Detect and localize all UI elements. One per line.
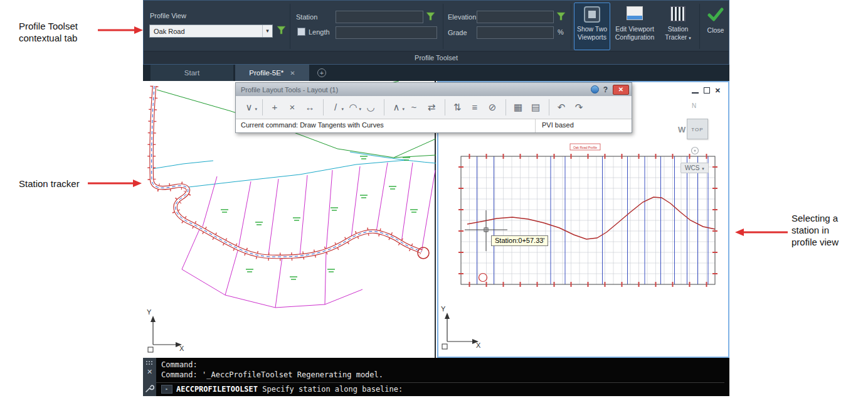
delete-pvi-icon[interactable]: × xyxy=(284,99,300,116)
restore-window-icon[interactable] xyxy=(704,87,710,94)
customize-wrench-icon[interactable] xyxy=(145,384,154,393)
convert-entities-icon[interactable]: ⇄ xyxy=(423,99,440,116)
station-input[interactable] xyxy=(336,11,423,23)
button-label: Tracker xyxy=(665,33,687,41)
tab-start[interactable]: Start xyxy=(151,65,233,81)
grade-input[interactable] xyxy=(477,26,554,39)
parcel-boundary-line xyxy=(394,139,436,158)
page: Profile Toolset contextual tab Station t… xyxy=(0,0,868,398)
annotation-arrow-left xyxy=(735,229,788,236)
chevron-down-icon[interactable]: ▾ xyxy=(262,25,272,37)
move-pvi-icon[interactable]: ↔ xyxy=(302,99,318,116)
copy-profile-icon[interactable]: ≡ xyxy=(467,99,483,116)
toolbar-separator xyxy=(384,99,384,116)
panel-label: Profile Toolset xyxy=(144,51,729,64)
draw-fixed-curve-icon[interactable]: ◠▾ xyxy=(345,99,361,116)
button-label: Viewports xyxy=(578,33,606,41)
profile-layout-parameters-icon[interactable]: ▤ xyxy=(527,99,544,116)
delete-entity-icon[interactable]: ⊘ xyxy=(484,99,500,116)
palette-title: Profile Layout Tools - Layout (1) xyxy=(241,86,591,94)
profile-layout-tools-palette[interactable]: Profile Layout Tools - Layout (1) ? ✕ ∨▾… xyxy=(235,82,632,133)
draw-free-curve-icon[interactable]: ◡ xyxy=(363,99,379,116)
app-window: Profile View Oak Road ▾ Station Length E… xyxy=(143,0,729,396)
station-tooltip: Station:0+57.33' xyxy=(491,235,548,246)
pick-station-icon[interactable] xyxy=(426,12,436,22)
button-label: Show Two xyxy=(577,25,607,33)
ucs-icon: Y X xyxy=(441,305,481,349)
show-two-viewports-button[interactable]: Show Two Viewports xyxy=(574,3,610,50)
button-label: Close xyxy=(707,26,724,34)
elevation-input[interactable] xyxy=(477,11,554,23)
profile-title: Oak Road Profile xyxy=(573,146,597,149)
draw-fixed-tangent-icon[interactable]: /▾ xyxy=(327,99,344,116)
station-tracker-button[interactable]: Station Tracker ▾ xyxy=(659,3,697,50)
drag-handle-icon[interactable] xyxy=(146,360,154,366)
close-palette-icon[interactable]: ✕ xyxy=(613,85,629,95)
edit-viewport-configuration-button[interactable]: Edit Viewport Configuration xyxy=(613,3,657,50)
length-label: Length xyxy=(309,28,330,36)
annotation-line: station in xyxy=(791,224,839,236)
close-window-icon[interactable]: ✕ xyxy=(715,87,721,94)
command-prompt-row[interactable]: ▸ AECCPROFILETOOLSET Specify station alo… xyxy=(161,385,724,394)
active-command: AECCPROFILETOOLSET xyxy=(176,385,258,394)
annotation-arrow-right xyxy=(98,26,143,34)
profile-view-dropdown[interactable]: Oak Road ▾ xyxy=(149,24,273,38)
pick-from-drawing-icon[interactable] xyxy=(277,26,287,36)
viewport-configuration-icon xyxy=(627,6,643,20)
file-tab-bar: Start Profile-5E*✕ + xyxy=(143,65,729,81)
station-marker-circle xyxy=(479,274,487,282)
draw-tangents-icon[interactable]: ∨▾ xyxy=(241,99,257,116)
profile-view-label: Profile View xyxy=(150,12,186,19)
annotation-profile-toolset: Profile Toolset contextual tab xyxy=(19,20,78,44)
annotation-line: Station tracker xyxy=(19,178,80,190)
viewcube-west-label[interactable]: W xyxy=(678,125,685,134)
annotation-line: profile view xyxy=(791,236,839,248)
profile-grid-minor xyxy=(461,156,715,284)
ucs-x-label: X xyxy=(179,345,184,352)
ribbon-separator xyxy=(571,4,571,49)
undo-icon[interactable]: ↶ xyxy=(553,99,569,116)
current-command-status: Current command: Draw Tangents with Curv… xyxy=(236,119,536,132)
tab-label: Profile-5E* xyxy=(249,69,283,77)
grade-percent-suffix: % xyxy=(558,28,564,36)
ribbon-separator xyxy=(443,4,443,49)
palette-title-bar[interactable]: Profile Layout Tools - Layout (1) ? ✕ xyxy=(236,83,632,96)
pick-elevation-icon[interactable] xyxy=(556,12,566,22)
ucs-y-label: Y xyxy=(147,308,152,316)
help-icon[interactable]: ? xyxy=(603,85,608,94)
profile-grid-view-icon[interactable]: ▦ xyxy=(510,99,526,116)
minimize-window-icon[interactable] xyxy=(692,87,699,94)
close-commandline-icon[interactable]: ✕ xyxy=(143,368,156,376)
viewcube-top-face[interactable]: TOP xyxy=(691,127,703,132)
toolbar-separator xyxy=(323,99,324,116)
two-viewports-icon xyxy=(584,6,600,23)
navigation-wheel-icon[interactable] xyxy=(691,146,699,155)
close-button[interactable]: Close xyxy=(702,3,729,50)
insert-pvi-icon[interactable]: + xyxy=(267,99,283,116)
raise-lower-pvis-icon[interactable]: ⇅ xyxy=(449,99,465,116)
redo-icon[interactable]: ↷ xyxy=(571,99,587,116)
annotation-line: contextual tab xyxy=(19,32,78,44)
float-vertical-curve-icon[interactable]: ~ xyxy=(406,99,422,116)
close-tab-icon[interactable]: ✕ xyxy=(290,70,295,77)
command-history-line: Command: xyxy=(161,360,724,370)
wcs-dropdown[interactable]: WCS▾ xyxy=(680,163,709,173)
ribbon-separator xyxy=(290,4,290,49)
recent-commands-icon[interactable]: ▸ xyxy=(161,385,172,394)
new-drawing-icon[interactable]: + xyxy=(317,68,326,77)
palette-pin-icon[interactable] xyxy=(591,85,599,94)
elevation-label: Elevation xyxy=(448,13,476,21)
viewcube[interactable]: TOP xyxy=(687,119,708,139)
tab-profile-5e[interactable]: Profile-5E*✕ xyxy=(235,65,309,81)
surface-profile-line[interactable] xyxy=(467,197,715,239)
palette-toolbar: ∨▾+×↔/▾◠▾◡∧▾~⇄⇅≡⊘▦▤↶↷ xyxy=(236,96,632,119)
command-history[interactable]: Command: Command: '_AeccProfileToolset R… xyxy=(156,358,729,396)
palette-status-bar: Current command: Draw Tangents with Curv… xyxy=(236,119,632,132)
length-input[interactable] xyxy=(336,26,437,39)
ribbon-separator xyxy=(699,4,700,49)
fixed-vertical-curve-icon[interactable]: ∧▾ xyxy=(388,99,405,116)
contour-line xyxy=(183,160,406,188)
contour-line xyxy=(152,161,213,169)
length-checkbox[interactable] xyxy=(297,28,305,36)
annotation-station-tracker: Station tracker xyxy=(19,178,80,190)
